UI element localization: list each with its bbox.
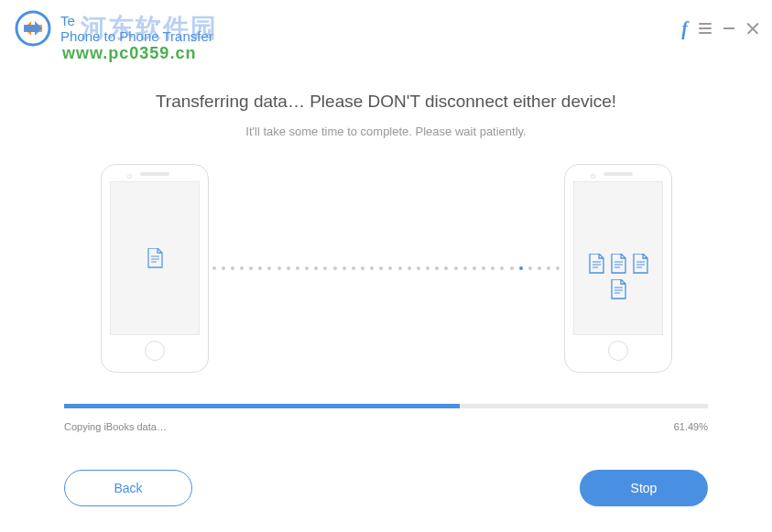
transfer-heading: Transferring data… Please DON'T disconne… [64, 92, 708, 112]
transfer-dot [222, 266, 225, 270]
transfer-dot [510, 266, 514, 270]
transfer-dot [296, 266, 299, 270]
transfer-dot [547, 266, 550, 270]
transfer-dot [473, 266, 476, 270]
target-phone-screen [573, 181, 663, 335]
source-phone-screen [110, 181, 200, 335]
transfer-dot [454, 266, 458, 270]
header-right: f [681, 18, 759, 39]
transfer-dot [240, 266, 244, 270]
home-button-icon [145, 341, 165, 361]
transfer-dot [287, 266, 290, 270]
transfer-dot [528, 266, 532, 270]
header-left: Te Phone to Phone Transfer [13, 8, 213, 49]
progress-bar [64, 404, 708, 408]
transfer-dot [435, 266, 439, 270]
transfer-dot [463, 266, 467, 270]
transfer-dot [352, 266, 355, 270]
progress-status: Copying iBooks data… [64, 421, 167, 432]
transfer-subheading: It'll take some time to complete. Please… [64, 125, 708, 138]
transfer-dot [343, 266, 346, 270]
stop-button[interactable]: Stop [580, 470, 708, 506]
footer-buttons: Back Stop [0, 470, 772, 506]
transfer-dot [212, 266, 216, 270]
transfer-dot [556, 266, 560, 270]
document-icon [610, 279, 626, 299]
transfer-dot [500, 266, 504, 270]
progress-section: Copying iBooks data… 61.49% [0, 404, 772, 432]
transfer-dot [491, 266, 495, 270]
transfer-dot [408, 266, 411, 270]
transfer-dot [323, 266, 327, 270]
home-button-icon [608, 341, 628, 361]
header-bar: Te Phone to Phone Transfer f [0, 0, 772, 44]
facebook-icon[interactable]: f [681, 18, 688, 39]
transfer-dot [258, 266, 262, 270]
transfer-dot [379, 266, 383, 270]
transfer-dot [267, 266, 271, 270]
back-button[interactable]: Back [64, 470, 192, 506]
transfer-dot [417, 266, 420, 270]
progress-percent: 61.49% [674, 421, 708, 432]
minimize-button[interactable] [723, 22, 735, 35]
transfer-dot [444, 266, 448, 270]
transfer-dot [519, 266, 523, 270]
transfer-dot [388, 266, 392, 270]
close-button[interactable] [746, 22, 759, 35]
transfer-dot [314, 266, 318, 270]
document-icon [632, 254, 648, 274]
transfer-dot [361, 266, 364, 270]
transfer-dot [398, 266, 402, 270]
app-logo-icon [13, 8, 53, 49]
transfer-dot [482, 266, 485, 270]
document-icon [610, 254, 626, 274]
transfer-dot [277, 266, 281, 270]
phones-container [64, 158, 708, 378]
transfer-dot [370, 266, 374, 270]
transfer-dot [426, 266, 429, 270]
transfer-dot [249, 266, 253, 270]
transfer-dot [538, 266, 541, 270]
progress-info: Copying iBooks data… 61.49% [64, 421, 708, 432]
progress-fill [64, 404, 460, 408]
transfer-dots [212, 267, 560, 269]
document-icon [588, 254, 604, 274]
transfer-dot [305, 266, 309, 270]
content-area: Transferring data… Please DON'T disconne… [0, 44, 772, 378]
source-phone [101, 164, 209, 373]
menu-icon[interactable] [699, 23, 712, 34]
app-title: Te Phone to Phone Transfer [60, 13, 213, 44]
transfer-dot [231, 266, 234, 270]
document-icon [147, 248, 163, 268]
transfer-dot [333, 266, 337, 270]
target-phone [564, 164, 672, 373]
